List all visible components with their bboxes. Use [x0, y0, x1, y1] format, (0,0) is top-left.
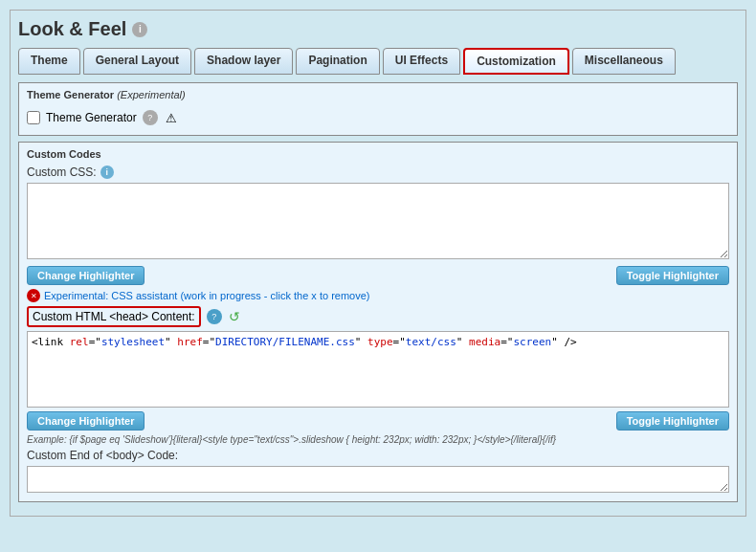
theme-generator-checkbox[interactable]	[27, 111, 40, 124]
custom-end-textarea[interactable]	[27, 466, 729, 493]
html-refresh-icon[interactable]: ↺	[228, 310, 241, 323]
title-text: Look & Feel	[18, 18, 126, 40]
page-title: Look & Feel i	[18, 18, 738, 40]
example-text: Example: {if $page eq 'Slideshow'}{liter…	[27, 434, 729, 445]
toggle-highlighter-button-1[interactable]: Toggle Highlighter	[616, 266, 729, 285]
change-highlighter-button-2[interactable]: Change Highlighter	[27, 411, 145, 431]
custom-codes-title: Custom Codes	[27, 148, 729, 160]
tab-ui-effects[interactable]: UI Effects	[383, 48, 460, 75]
css-info-icon[interactable]: i	[100, 166, 114, 179]
tab-general-layout[interactable]: General Layout	[83, 48, 191, 75]
tab-theme[interactable]: Theme	[18, 48, 80, 75]
html-content-area: <link rel="stylesheet" href="DIRECTORY/F…	[27, 331, 729, 408]
custom-end-label: Custom End of <body> Code:	[27, 449, 729, 462]
html-info-icon[interactable]: ?	[207, 309, 222, 324]
tab-pagination[interactable]: Pagination	[296, 48, 379, 75]
theme-gen-warning-icon: ⚠	[164, 110, 179, 125]
html-label-highlight: Custom HTML <head> Content:	[27, 306, 201, 327]
html-code-line: <link rel="stylesheet" href="DIRECTORY/F…	[32, 336, 577, 348]
tab-miscellaneous[interactable]: Miscellaneous	[572, 48, 676, 75]
title-info-icon[interactable]: i	[132, 22, 147, 37]
change-highlighter-button-1[interactable]: Change Highlighter	[27, 266, 145, 285]
tab-shadow-layer[interactable]: Shadow layer	[194, 48, 293, 75]
experimental-link-row[interactable]: ✕ Experimental: CSS assistant (work in p…	[27, 289, 729, 302]
theme-generator-row: Theme Generator ? ⚠	[27, 106, 729, 129]
highlighter-row-1: Change Highlighter Toggle Highlighter	[27, 266, 729, 285]
experimental-text: Experimental: CSS assistant (work in pro…	[44, 290, 370, 301]
theme-generator-label: Theme Generator	[46, 111, 137, 124]
highlighter-row-2: Change Highlighter Toggle Highlighter	[27, 411, 729, 431]
html-label: Custom HTML <head> Content:	[33, 310, 195, 323]
css-label-row: Custom CSS: i	[27, 166, 729, 179]
css-label: Custom CSS:	[27, 166, 97, 179]
experimental-icon: ✕	[27, 289, 40, 302]
tabs-bar: Theme General Layout Shadow layer Pagina…	[18, 48, 738, 75]
tab-customization[interactable]: Customization	[463, 48, 569, 75]
page-container: Look & Feel i Theme General Layout Shado…	[10, 10, 746, 517]
html-label-row: Custom HTML <head> Content: ? ↺	[27, 306, 729, 327]
theme-gen-info-icon[interactable]: ?	[143, 110, 158, 125]
toggle-highlighter-button-2[interactable]: Toggle Highlighter	[616, 411, 729, 431]
css-textarea[interactable]	[27, 183, 729, 259]
custom-codes-section: Custom Codes Custom CSS: i Change Highli…	[18, 142, 738, 502]
theme-generator-section: Theme Generator (Experimental) Theme Gen…	[18, 82, 738, 136]
theme-generator-title: Theme Generator (Experimental)	[27, 89, 729, 100]
